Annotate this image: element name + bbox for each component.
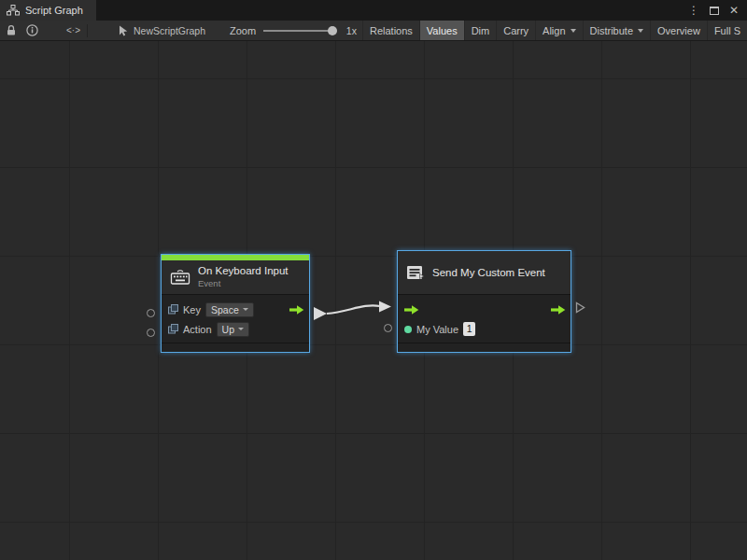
zoom-slider-handle[interactable] — [328, 26, 337, 35]
distribute-label: Distribute — [590, 25, 633, 36]
chevron-down-icon — [638, 29, 643, 33]
script-graph-icon — [7, 5, 20, 16]
flow-output-port-triangle[interactable] — [575, 301, 585, 314]
flow-input-port[interactable] — [404, 304, 419, 315]
node-body: Key Space Action — [162, 295, 309, 343]
key-input-port[interactable] — [147, 309, 155, 317]
window-menu-icon[interactable]: ⋮ — [688, 5, 699, 16]
node-title: On Keyboard Input — [198, 265, 289, 276]
zoom-label: Zoom — [230, 25, 256, 36]
relations-button[interactable]: Relations — [362, 21, 419, 41]
graph-pointer-icon — [119, 21, 129, 41]
value-port-dot[interactable] — [404, 326, 412, 333]
graph-name-label: NewScriptGraph — [134, 25, 205, 36]
action-dropdown[interactable]: Up — [217, 322, 249, 337]
zoom-value: 1x — [346, 25, 357, 36]
dim-button[interactable]: Dim — [464, 21, 497, 41]
my-value-input-port[interactable] — [384, 324, 392, 332]
port-row-my-value: My Value 1 — [398, 319, 571, 339]
window-titlebar: Script Graph ⋮ ✕ — [0, 0, 747, 21]
code-icon[interactable]: <·> — [66, 21, 80, 41]
node-header[interactable]: On Keyboard Input Event — [162, 260, 309, 295]
node-footer — [162, 343, 309, 352]
flow-output-port[interactable] — [289, 304, 304, 315]
node-header[interactable]: Send My Custom Event — [398, 251, 571, 295]
toolbar-divider — [87, 24, 88, 37]
port-row-key: Key Space — [162, 300, 309, 319]
port-label: Action — [183, 324, 212, 335]
tab-script-graph[interactable]: Script Graph — [0, 0, 96, 21]
overview-button[interactable]: Overview — [650, 21, 707, 41]
custom-event-icon — [406, 264, 425, 281]
action-input-port[interactable] — [147, 329, 155, 337]
flow-output-port[interactable] — [551, 304, 566, 315]
my-value-input[interactable]: 1 — [463, 322, 475, 336]
port-label: Key — [183, 304, 201, 315]
values-button[interactable]: Values — [419, 21, 464, 41]
connection-wire[interactable] — [0, 41, 747, 560]
port-row-flow — [398, 300, 571, 319]
wire-source-arrow-icon — [314, 307, 327, 320]
carry-button[interactable]: Carry — [496, 21, 535, 41]
node-send-my-custom-event[interactable]: Send My Custom Event — [397, 250, 571, 353]
enum-type-icon — [168, 304, 178, 315]
enum-type-icon — [168, 324, 178, 334]
chevron-down-icon — [238, 328, 244, 330]
port-label: My Value — [416, 324, 458, 335]
fullscreen-button[interactable]: Full S — [707, 21, 747, 41]
wire-dest-arrow-icon — [379, 301, 391, 313]
node-subtitle: Event — [198, 278, 289, 288]
node-on-keyboard-input[interactable]: On Keyboard Input Event Key Space — [161, 254, 310, 353]
port-row-action: Action Up — [162, 319, 309, 339]
info-icon[interactable] — [26, 21, 38, 41]
titlebar-spacer — [96, 0, 688, 21]
keyboard-icon — [170, 269, 190, 286]
node-title: Send My Custom Event — [432, 267, 545, 278]
key-dropdown[interactable]: Space — [205, 302, 254, 317]
close-icon[interactable]: ✕ — [729, 5, 739, 16]
lock-icon[interactable] — [6, 21, 17, 41]
maximize-icon[interactable] — [710, 7, 719, 15]
chevron-down-icon — [571, 29, 576, 33]
align-dropdown[interactable]: Align — [535, 21, 582, 41]
key-dropdown-value: Space — [211, 304, 239, 315]
graph-toolbar: <·> NewScriptGraph Zoom 1x Relations Val… — [0, 21, 747, 41]
wire-path — [327, 305, 380, 314]
zoom-slider-fill — [263, 30, 331, 32]
distribute-dropdown[interactable]: Distribute — [583, 21, 650, 41]
node-footer — [398, 343, 571, 352]
action-dropdown-value: Up — [222, 324, 234, 335]
graph-canvas[interactable]: On Keyboard Input Event Key Space — [0, 41, 747, 560]
chevron-down-icon — [243, 308, 248, 311]
tab-title: Script Graph — [25, 5, 83, 16]
zoom-slider[interactable] — [263, 21, 343, 41]
node-body: My Value 1 — [398, 295, 571, 343]
align-label: Align — [543, 25, 565, 36]
